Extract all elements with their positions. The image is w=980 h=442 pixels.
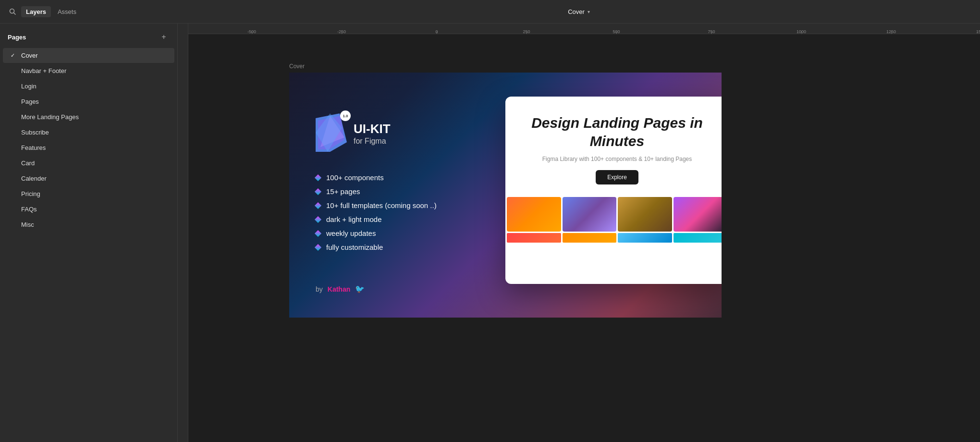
- sidebar-item-login[interactable]: Login: [3, 79, 174, 94]
- thumb-1: [507, 197, 561, 232]
- canvas-content: Cover 1.0 UI-KIT: [188, 34, 980, 442]
- sidebar-item-subscribe[interactable]: Subscribe: [3, 125, 174, 140]
- thumb-bottom-2: [563, 233, 617, 243]
- feature-item: dark + light mode: [316, 215, 437, 223]
- page-item-label: Pages: [21, 98, 39, 105]
- sidebar-item-navbar--footer[interactable]: Navbar + Footer: [3, 63, 174, 78]
- author-link[interactable]: Kathan: [328, 285, 350, 293]
- feature-item: 100+ components: [316, 173, 437, 182]
- page-item-label: Calender: [21, 175, 47, 182]
- page-item-label: Card: [21, 160, 35, 167]
- feature-diamond-icon: [315, 230, 321, 236]
- page-item-label: Login: [21, 83, 37, 90]
- by-label: by: [316, 285, 323, 293]
- thumb-bottom-3: [618, 233, 672, 243]
- ruler-top-label: 1500: [976, 29, 980, 34]
- topbar-center: Cover ▾: [178, 6, 980, 17]
- ruler-left-marks: [178, 34, 188, 442]
- pages-header: Pages +: [0, 24, 177, 48]
- canvas-area[interactable]: -500-2500250500750100012501500 Cover: [178, 24, 980, 442]
- feature-diamond-icon: [315, 202, 321, 209]
- sidebar-item-card[interactable]: Card: [3, 156, 174, 171]
- preview-card-header: Design Landing Pages in Minutes Figma Li…: [505, 97, 722, 194]
- page-item-label: Features: [21, 144, 46, 151]
- feature-diamond-icon: [315, 174, 321, 181]
- sidebar-item-misc[interactable]: Misc: [3, 217, 174, 232]
- sidebar-item-faqs[interactable]: FAQs: [3, 202, 174, 217]
- feature-text: dark + light mode: [326, 215, 381, 223]
- chevron-down-icon: ▾: [588, 9, 590, 14]
- sidebar-item-cover[interactable]: ✓Cover: [3, 48, 174, 63]
- sidebar-item-pricing[interactable]: Pricing: [3, 186, 174, 201]
- sidebar-item-pages[interactable]: Pages: [3, 94, 174, 109]
- current-page-name: Cover: [568, 8, 585, 15]
- ruler-top-label: -500: [247, 29, 256, 34]
- feature-text: 100+ components: [326, 173, 384, 182]
- feature-diamond-icon: [315, 188, 321, 195]
- sidebar: Pages + ✓CoverNavbar + FooterLoginPagesM…: [0, 24, 178, 442]
- feature-diamond-icon: [315, 244, 321, 250]
- logo-badge: 1.0: [316, 113, 347, 154]
- feature-item: weekly updates: [316, 229, 437, 237]
- ruler-top-label: 250: [523, 29, 530, 34]
- thumb-bottom-1: [507, 233, 561, 243]
- feature-text: 10+ full templates (coming soon ..): [326, 201, 437, 209]
- by-line: by Kathan 🐦: [316, 284, 365, 294]
- page-item-label: FAQs: [21, 206, 37, 213]
- svg-line-1: [14, 13, 16, 15]
- page-item-label: Pricing: [21, 190, 40, 197]
- preview-grid: [505, 197, 722, 232]
- feature-item: fully customizable: [316, 243, 437, 251]
- ruler-top-label: 750: [708, 29, 715, 34]
- search-button[interactable]: [6, 5, 19, 18]
- uikit-subtitle: for Figma: [354, 137, 391, 146]
- sidebar-item-calender[interactable]: Calender: [3, 171, 174, 186]
- ruler-top-label: 0: [435, 29, 438, 34]
- feature-diamond-icon: [315, 216, 321, 222]
- page-item-label: Navbar + Footer: [21, 67, 66, 74]
- main-area: Pages + ✓CoverNavbar + FooterLoginPagesM…: [0, 24, 980, 442]
- page-item-label: Misc: [21, 221, 34, 228]
- feature-item: 15+ pages: [316, 187, 437, 196]
- feature-text: weekly updates: [326, 229, 376, 237]
- uikit-logo-area: 1.0 UI-KIT for Figma: [316, 113, 391, 154]
- sidebar-item-features[interactable]: Features: [3, 140, 174, 155]
- check-icon: ✓: [11, 52, 17, 59]
- feature-item: 10+ full templates (coming soon ..): [316, 201, 437, 209]
- preview-grid-bottom: [505, 233, 722, 243]
- twitter-icon[interactable]: 🐦: [355, 284, 365, 294]
- ruler-top-label: 1000: [796, 29, 806, 34]
- feature-text: fully customizable: [326, 243, 383, 251]
- page-item-label: More Landing Pages: [21, 113, 79, 121]
- preview-card-subtitle: Figma Library with 100+ components & 10+…: [523, 155, 711, 163]
- layers-tab[interactable]: Layers: [21, 6, 51, 17]
- thumb-4: [674, 197, 722, 232]
- ruler-top-label: 1250: [886, 29, 896, 34]
- assets-tab[interactable]: Assets: [53, 6, 81, 17]
- pages-title: Pages: [8, 34, 26, 41]
- thumb-bottom-4: [674, 233, 722, 243]
- thumb-3: [618, 197, 672, 232]
- topbar: Layers Assets Cover ▾: [0, 0, 980, 24]
- thumb-2: [563, 197, 617, 232]
- explore-button[interactable]: Explore: [596, 170, 638, 184]
- page-item-label: Subscribe: [21, 129, 49, 136]
- page-title-button[interactable]: Cover ▾: [563, 6, 595, 17]
- preview-card-title: Design Landing Pages in Minutes: [523, 114, 711, 150]
- version-badge: 1.0: [340, 110, 351, 121]
- add-page-button[interactable]: +: [158, 31, 170, 43]
- ruler-top: -500-2500250500750100012501500: [178, 24, 980, 34]
- features-list: 100+ components15+ pages10+ full templat…: [316, 173, 437, 257]
- ruler-top-label: -250: [337, 29, 346, 34]
- design-frame: 1.0 UI-KIT for Figma 100+ components15+ …: [289, 73, 722, 318]
- sidebar-item-more-landing-pages[interactable]: More Landing Pages: [3, 110, 174, 124]
- topbar-left: Layers Assets: [0, 5, 178, 18]
- ruler-left: [178, 24, 188, 442]
- page-item-label: Cover: [21, 52, 38, 59]
- preview-card: Design Landing Pages in Minutes Figma Li…: [505, 97, 722, 284]
- ruler-top-marks: -500-2500250500750100012501500: [188, 24, 980, 34]
- uikit-text: UI-KIT for Figma: [354, 122, 391, 145]
- feature-text: 15+ pages: [326, 187, 360, 196]
- sidebar-pages-list: ✓CoverNavbar + FooterLoginPagesMore Land…: [0, 48, 177, 233]
- frame-label: Cover: [289, 63, 305, 70]
